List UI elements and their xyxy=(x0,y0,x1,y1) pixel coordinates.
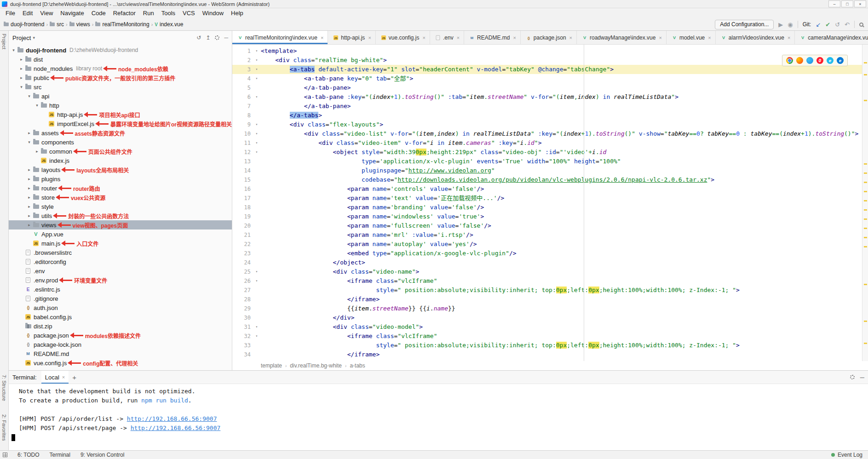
tree-expand-icon[interactable]: ▸ xyxy=(18,57,24,62)
tree-expand-icon[interactable]: ▸ xyxy=(26,204,32,209)
tool-button-2-favorites[interactable]: 2: Favorites xyxy=(1,414,7,441)
menu-edit[interactable]: Edit xyxy=(19,8,36,18)
gear-icon[interactable] xyxy=(215,35,219,40)
menu-vcs[interactable]: VCS xyxy=(179,8,199,18)
tree-item-gitignore[interactable]: .gitignore xyxy=(9,294,232,303)
tool-button-7-structure[interactable]: 7: Structure xyxy=(1,375,7,401)
tree-expand-icon[interactable]: ▸ xyxy=(26,213,32,218)
fold-icon[interactable]: ▾ xyxy=(253,92,260,102)
menu-refactor[interactable]: Refactor xyxy=(109,8,139,18)
tree-expand-icon[interactable]: ▾ xyxy=(26,140,32,144)
status-item-9-version-control[interactable]: 9: Version Control xyxy=(80,452,124,458)
opera-browser-icon[interactable]: O xyxy=(816,57,823,64)
editor-tab-env[interactable]: .env× xyxy=(430,31,464,44)
menu-file[interactable]: File xyxy=(2,8,19,18)
tree-expand-icon[interactable]: ▸ xyxy=(26,167,32,172)
code-line[interactable]: 5 </a-tab-pane> xyxy=(232,83,868,92)
tree-item-editorconfig[interactable]: .editorconfig xyxy=(9,257,232,266)
tree-item-common[interactable]: ▸common页面公共组件文件 xyxy=(9,147,232,156)
breadcrumb-duoji-frontend[interactable]: duoji-frontend xyxy=(4,21,44,28)
ie-browser-icon[interactable]: e xyxy=(827,57,834,64)
tree-item-api[interactable]: ▾api xyxy=(9,92,232,101)
code-editor[interactable]: 1▾<template>2▾ <div class="realTime bg-w… xyxy=(232,45,868,361)
terminal-settings-icon[interactable] xyxy=(850,375,855,379)
editor-tab-readme-md[interactable]: MREADME.md× xyxy=(464,31,521,44)
close-tab-icon[interactable]: × xyxy=(788,35,790,40)
tree-expand-icon[interactable]: ▸ xyxy=(18,75,24,80)
tree-item-layouts[interactable]: ▸layoutslayouts全局布局相关 xyxy=(9,165,232,174)
git-history-icon[interactable]: ↺ xyxy=(835,22,840,28)
git-revert-icon[interactable]: ↶ xyxy=(845,22,850,28)
fold-icon[interactable]: ▾ xyxy=(253,120,260,129)
fold-icon[interactable]: ▾ xyxy=(253,74,260,83)
close-tab-icon[interactable]: × xyxy=(708,35,711,40)
editor-tab-http-api-js[interactable]: JShttp-api.js× xyxy=(328,31,375,44)
tree-item-duoji-frontend[interactable]: ▾duoji-frontendD:\zheheWeb\duoji-fronten… xyxy=(9,46,232,55)
editor-breadcrumb-template[interactable]: template xyxy=(261,362,282,369)
fold-icon[interactable]: ▾ xyxy=(253,276,260,286)
editor-breadcrumb-a-tabs[interactable]: a-tabs xyxy=(350,362,365,369)
tree-expand-icon[interactable]: ▸ xyxy=(26,186,32,190)
menu-navigate[interactable]: Navigate xyxy=(57,8,87,18)
tree-item-auth-json[interactable]: {}auth.json xyxy=(9,303,232,312)
close-tab-icon[interactable]: × xyxy=(321,35,323,40)
tree-item-src[interactable]: ▾src xyxy=(9,82,232,92)
code-line[interactable]: 31▾ <div class="video-model"> xyxy=(232,322,868,332)
breadcrumb-index-vue[interactable]: Vindex.vue xyxy=(155,21,183,28)
code-line[interactable]: 26▾ <iframe class="vlcIframe" xyxy=(232,276,868,286)
search-everywhere-icon[interactable] xyxy=(859,23,863,27)
tree-item-importexcel-js[interactable]: JSimportExcel.js暴露环境变量地址给图片or视频资源路径变量相关 xyxy=(9,119,232,128)
tree-item-package-lock-json[interactable]: {}package-lock.json xyxy=(9,340,232,349)
close-button[interactable]: × xyxy=(854,0,866,7)
code-line[interactable]: 20 <param name='fullscreen' value='false… xyxy=(232,221,868,230)
menu-view[interactable]: View xyxy=(36,8,57,18)
code-line[interactable]: 13 type='application/x-vlc-plugin' event… xyxy=(232,157,868,166)
tree-item-http[interactable]: ▾http xyxy=(9,101,232,110)
editor-breadcrumb-div-realtime-bg-white[interactable]: div.realTime.bg-white xyxy=(290,362,342,369)
event-log-button[interactable]: Event Log xyxy=(831,452,862,458)
tree-item-plugins[interactable]: ▸plugins xyxy=(9,174,232,184)
hide-terminal-icon[interactable]: ─ xyxy=(860,374,864,381)
code-line[interactable]: 19 <param name='windowless' value='true'… xyxy=(232,212,868,221)
tree-item-index-js[interactable]: JSindex.js xyxy=(9,156,232,165)
menu-window[interactable]: Window xyxy=(199,8,227,18)
hide-panel-icon[interactable]: ─ xyxy=(224,34,228,41)
tree-item-readme-md[interactable]: MREADME.md xyxy=(9,349,232,358)
close-icon[interactable]: × xyxy=(62,374,65,380)
fold-icon[interactable]: ▾ xyxy=(253,65,260,74)
tree-item-views[interactable]: ▸viewsview视图、pages页面 xyxy=(9,220,232,230)
code-line[interactable]: 23 <embed type="application/x-google-vlc… xyxy=(232,249,868,258)
close-tab-icon[interactable]: × xyxy=(457,35,460,40)
code-line[interactable]: 32▾ <iframe class="vlcIframe" xyxy=(232,332,868,341)
breadcrumb-views[interactable]: views xyxy=(69,21,90,28)
close-tab-icon[interactable]: × xyxy=(513,35,516,40)
tree-expand-icon[interactable]: ▾ xyxy=(18,85,24,89)
git-commit-icon[interactable]: ✔ xyxy=(825,22,830,28)
code-line[interactable]: 34 </iframe> xyxy=(232,350,868,359)
tree-item-utils[interactable]: ▸utils封装的一些公共函数方法 xyxy=(9,211,232,220)
status-item-6-todo[interactable]: 6: TODO xyxy=(17,452,40,458)
code-line[interactable]: 27 style=" position:absolute;visibility:… xyxy=(232,286,868,295)
code-line[interactable]: 1▾<template> xyxy=(232,46,868,56)
fold-icon[interactable]: ▾ xyxy=(253,332,260,341)
code-line[interactable]: 15 codebase="http://downloads.videolan.o… xyxy=(232,175,868,184)
tree-expand-icon[interactable]: ▸ xyxy=(26,195,32,200)
code-line[interactable]: 30 </div> xyxy=(232,313,868,322)
tree-expand-icon[interactable]: ▸ xyxy=(26,223,32,227)
code-line[interactable]: 28 </iframe> xyxy=(232,295,868,304)
code-line[interactable]: 16 <param name='controls' value='false'/… xyxy=(232,184,868,194)
tool-button-project[interactable]: Project xyxy=(1,34,7,49)
tree-item-env-prod[interactable]: .env.prod环境变量文件 xyxy=(9,275,232,285)
tree-item-env[interactable]: .env xyxy=(9,266,232,275)
tree-item-dist[interactable]: ▸dist xyxy=(9,55,232,64)
code-line[interactable]: 17 <param name='text' value='正在加载视频中...'… xyxy=(232,194,868,203)
editor-tab-realtimemonitoring-index-vue[interactable]: VrealTimeMonitoring\index.vue× xyxy=(232,31,328,44)
close-tab-icon[interactable]: × xyxy=(569,35,572,40)
menu-run[interactable]: Run xyxy=(139,8,158,18)
tree-item-main-js[interactable]: JSmain.js入口文件 xyxy=(9,239,232,248)
code-line[interactable]: 24 </object> xyxy=(232,258,868,267)
tree-expand-icon[interactable]: ▾ xyxy=(26,94,32,98)
editor-tab-model-vue[interactable]: Vmodel.vue× xyxy=(667,31,716,44)
tree-item-assets[interactable]: ▸assetsassets静态资源文件 xyxy=(9,128,232,138)
close-tab-icon[interactable]: × xyxy=(659,35,661,40)
